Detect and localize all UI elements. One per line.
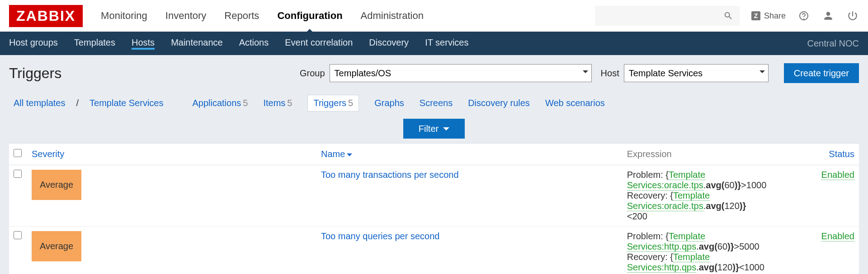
- table-row: AverageToo many queries per secondProble…: [9, 227, 859, 274]
- share-button[interactable]: Z Share: [751, 11, 786, 21]
- subnav-items: Host groupsTemplatesHostsMaintenanceActi…: [9, 37, 468, 50]
- tab-count: 5: [348, 98, 353, 108]
- col-severity[interactable]: Severity: [27, 144, 316, 165]
- subnav-item-discovery[interactable]: Discovery: [369, 37, 409, 50]
- severity-badge: Average: [32, 231, 81, 261]
- tab-count: 5: [243, 98, 248, 108]
- topbar-right: Z Share: [595, 6, 859, 26]
- topnav-item-reports[interactable]: Reports: [224, 10, 259, 22]
- subnav-item-event-correlation[interactable]: Event correlation: [285, 37, 353, 50]
- crumb-all-templates[interactable]: All templates: [14, 98, 66, 108]
- topnav: MonitoringInventoryReportsConfigurationA…: [101, 10, 424, 22]
- chevron-down-icon: [443, 127, 449, 134]
- subnav-item-templates[interactable]: Templates: [74, 37, 115, 50]
- expression-cell: Problem: {Template Services:http.qps.avg…: [623, 227, 771, 274]
- group-select[interactable]: [330, 64, 592, 82]
- status-link[interactable]: Enabled: [821, 170, 854, 180]
- topnav-item-administration[interactable]: Administration: [361, 10, 424, 22]
- search-input[interactable]: [595, 6, 740, 26]
- power-icon: [847, 10, 859, 22]
- select-all-checkbox[interactable]: [14, 149, 22, 157]
- subnav-item-maintenance[interactable]: Maintenance: [171, 37, 223, 50]
- create-trigger-button[interactable]: Create trigger: [784, 63, 859, 83]
- search-icon: [723, 11, 733, 21]
- subnav-item-it-services[interactable]: IT services: [425, 37, 468, 50]
- sort-desc-icon: [347, 153, 352, 159]
- subnav-right-label: Central NOC: [807, 38, 859, 49]
- expression-cell: Problem: {Template Services:oracle.tps.a…: [623, 165, 771, 227]
- filter-button[interactable]: Filter: [403, 119, 465, 139]
- status-link[interactable]: Enabled: [821, 231, 854, 241]
- help-icon: [798, 10, 809, 21]
- tab-discovery-rules[interactable]: Discovery rules: [468, 98, 530, 108]
- topbar: ZABBIX MonitoringInventoryReportsConfigu…: [0, 0, 868, 32]
- table-wrap: Severity Name Expression Status AverageT…: [0, 143, 868, 274]
- expr-key-link[interactable]: Template Services:http.qps: [627, 252, 710, 273]
- user-button[interactable]: [822, 9, 835, 22]
- subnav: Host groupsTemplatesHostsMaintenanceActi…: [0, 32, 868, 55]
- topnav-item-configuration[interactable]: Configuration: [277, 10, 342, 22]
- tab-count: 5: [287, 98, 292, 108]
- table-header-row: Severity Name Expression Status: [9, 144, 859, 165]
- zabbix-badge-icon: Z: [751, 11, 760, 20]
- group-label: Group: [300, 68, 325, 79]
- crumb-separator: /: [76, 98, 79, 108]
- section-bar: All templates / Template Services Applic…: [0, 91, 868, 119]
- topnav-item-inventory[interactable]: Inventory: [165, 10, 207, 22]
- subnav-item-hosts[interactable]: Hosts: [132, 37, 155, 50]
- trigger-name-link[interactable]: Too many transactions per second: [321, 170, 459, 180]
- page-title: Triggers: [9, 65, 61, 82]
- col-status[interactable]: Status: [771, 144, 859, 165]
- subnav-item-host-groups[interactable]: Host groups: [9, 37, 58, 50]
- filter-row: Filter: [0, 119, 868, 143]
- trigger-name-link[interactable]: Too many queries per second: [321, 231, 439, 241]
- tab-screens[interactable]: Screens: [420, 98, 453, 108]
- host-selector: Host: [601, 64, 769, 82]
- power-button[interactable]: [846, 9, 859, 22]
- subnav-item-actions[interactable]: Actions: [239, 37, 269, 50]
- tab-applications[interactable]: Applications5: [192, 98, 248, 108]
- col-expression: Expression: [623, 144, 771, 165]
- tab-graphs[interactable]: Graphs: [374, 98, 404, 108]
- share-label: Share: [764, 11, 786, 21]
- expr-key-link[interactable]: Template Services:oracle.tps: [627, 170, 705, 190]
- group-selector: Group: [300, 64, 592, 82]
- crumb-template[interactable]: Template Services: [90, 98, 163, 108]
- user-icon: [822, 10, 834, 22]
- help-button[interactable]: [797, 9, 810, 22]
- tab-triggers[interactable]: Triggers5: [307, 95, 359, 111]
- expr-key-link[interactable]: Template Services:oracle.tps: [627, 190, 710, 211]
- table-row: AverageToo many transactions per secondP…: [9, 165, 859, 227]
- tab-web-scenarios[interactable]: Web scenarios: [545, 98, 605, 108]
- host-label: Host: [601, 68, 619, 79]
- logo[interactable]: ZABBIX: [9, 5, 83, 27]
- topnav-item-monitoring[interactable]: Monitoring: [101, 10, 147, 22]
- select-all-cell: [9, 144, 27, 165]
- row-checkbox[interactable]: [14, 231, 22, 239]
- host-select[interactable]: [624, 64, 769, 82]
- severity-badge: Average: [32, 170, 81, 200]
- row-checkbox[interactable]: [14, 170, 22, 178]
- expr-key-link[interactable]: Template Services:http.qps: [627, 231, 705, 252]
- filter-label: Filter: [419, 124, 439, 134]
- page-header: Triggers Group Host Create trigger: [0, 55, 868, 91]
- col-name[interactable]: Name: [316, 144, 623, 165]
- triggers-table: Severity Name Expression Status AverageT…: [9, 143, 859, 274]
- tab-items[interactable]: Items5: [263, 98, 292, 108]
